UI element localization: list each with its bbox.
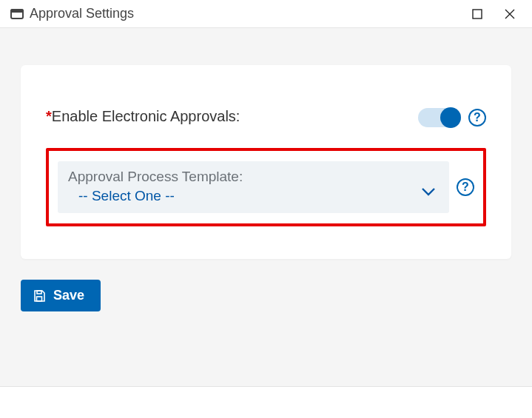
save-button[interactable]: Save [21, 280, 101, 311]
close-icon [505, 9, 515, 19]
approval-template-select[interactable]: Approval Process Template: -- Select One… [58, 161, 449, 213]
enable-approvals-toggle[interactable] [418, 108, 461, 127]
approval-template-label: Approval Process Template: [68, 169, 439, 185]
enable-approvals-row: *Enable Electronic Approvals: ? [46, 108, 486, 127]
help-icon: ? [462, 181, 469, 194]
save-icon [33, 289, 46, 303]
save-button-label: Save [53, 288, 84, 303]
close-button[interactable] [494, 3, 526, 25]
help-approval-template[interactable]: ? [457, 178, 474, 196]
template-highlight-box: Approval Process Template: -- Select One… [46, 148, 486, 226]
settings-card: *Enable Electronic Approvals: ? Approval… [21, 65, 511, 259]
enable-approvals-label: Enable Electronic Approvals: [52, 108, 240, 124]
svg-rect-1 [37, 297, 42, 301]
maximize-button[interactable] [461, 3, 494, 25]
required-star: * [46, 108, 52, 124]
window-icon [10, 9, 24, 19]
page-body: *Enable Electronic Approvals: ? Approval… [0, 28, 532, 387]
approval-template-value: -- Select One -- [68, 188, 439, 204]
help-icon: ? [474, 111, 481, 124]
chevron-down-icon [421, 186, 436, 199]
window-title: Approval Settings [30, 6, 134, 21]
maximize-icon [472, 9, 482, 19]
help-enable-approvals[interactable]: ? [468, 109, 486, 127]
titlebar: Approval Settings [0, 0, 532, 28]
enable-approvals-label-col: *Enable Electronic Approvals: [46, 108, 292, 125]
svg-rect-0 [473, 10, 482, 18]
toggle-knob [440, 107, 461, 128]
svg-rect-2 [37, 291, 41, 294]
